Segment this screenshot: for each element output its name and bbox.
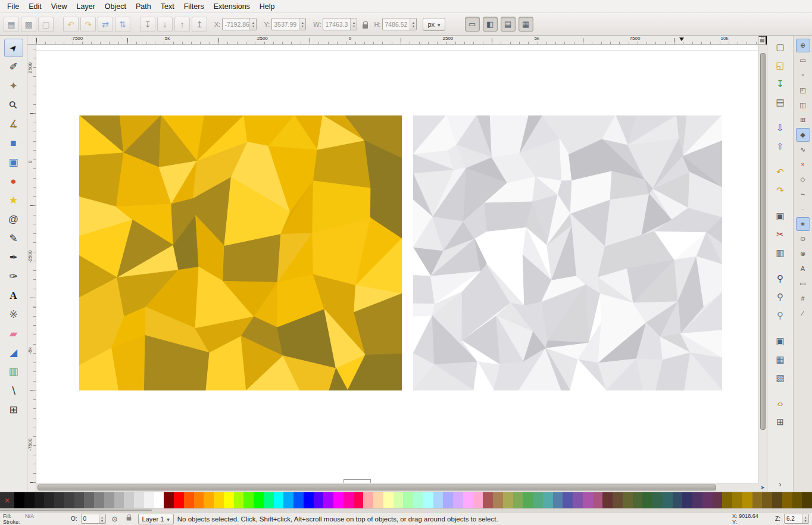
color-swatch[interactable] (802, 492, 812, 508)
xml-editor-button[interactable]: ‹› (771, 395, 790, 412)
lower-to-bottom-button[interactable]: ↧ (140, 17, 155, 32)
layer-lock-button[interactable] (124, 514, 135, 524)
snap-enable-toggle[interactable]: ⊕ (796, 39, 810, 52)
color-swatch[interactable] (602, 492, 613, 508)
color-swatch[interactable] (762, 492, 772, 508)
color-swatch[interactable] (633, 492, 643, 508)
color-swatch[interactable] (293, 492, 304, 508)
scroll-corner-button[interactable] (758, 483, 767, 492)
color-swatch[interactable] (513, 492, 523, 508)
vertical-ruler[interactable]: 25000-2500-5k-7500 (27, 45, 36, 483)
menu-item[interactable]: Filters (179, 1, 209, 12)
star-tool[interactable]: ★ (4, 191, 23, 210)
menu-item[interactable]: Edit (24, 1, 46, 12)
menu-item[interactable]: File (2, 1, 24, 12)
color-swatch[interactable] (553, 492, 563, 508)
color-swatch[interactable] (642, 492, 652, 508)
commands-overflow-button[interactable]: › (773, 479, 788, 489)
vertical-scrollbar-thumb[interactable] (760, 53, 766, 430)
color-swatch[interactable] (393, 492, 404, 508)
color-swatch[interactable] (673, 492, 683, 508)
select-all-layers-button[interactable]: ▩ (21, 17, 36, 32)
color-swatch[interactable] (463, 492, 473, 508)
snap-cusp-nodes-toggle[interactable]: ◇ (796, 173, 810, 186)
color-swatch[interactable] (682, 492, 692, 508)
cut-button[interactable]: ✂ (771, 226, 790, 243)
color-swatch[interactable] (314, 492, 324, 508)
guide-lock-button[interactable] (758, 36, 767, 45)
palette-scrollbar[interactable] (0, 508, 812, 512)
color-swatch[interactable] (373, 492, 383, 508)
snap-rotation-centers-toggle[interactable]: ⊗ (796, 247, 810, 261)
measure-tool[interactable]: ∡ (4, 115, 23, 133)
raise-to-top-button[interactable]: ↥ (192, 17, 207, 32)
print-button[interactable]: ▤ (771, 93, 790, 111)
snap-text-baseline-toggle[interactable]: A (796, 262, 810, 276)
color-swatch[interactable] (613, 492, 623, 508)
bucket-tool[interactable]: ◢ (4, 343, 23, 362)
color-swatch[interactable] (114, 492, 124, 508)
color-swatch[interactable] (523, 492, 533, 508)
snap-guides-toggle[interactable]: ∕ (796, 307, 810, 320)
new-document-button[interactable]: ▢ (771, 38, 790, 55)
color-swatch[interactable] (44, 492, 54, 508)
color-swatch[interactable] (283, 492, 293, 508)
color-swatch[interactable] (154, 492, 164, 508)
width-spinner[interactable] (350, 18, 357, 30)
text-tool[interactable]: A (4, 286, 23, 305)
y-input[interactable]: 3537.99 (271, 18, 306, 30)
color-swatch[interactable] (54, 492, 64, 508)
menu-item[interactable]: Layer (72, 1, 100, 12)
zoom-spinner[interactable] (802, 514, 808, 523)
horizontal-scrollbar[interactable] (36, 483, 758, 492)
color-swatch[interactable] (433, 492, 444, 508)
color-swatch[interactable] (563, 492, 573, 508)
x-input[interactable]: -7192.86 (222, 18, 257, 30)
layer-visibility-button[interactable] (110, 514, 120, 524)
color-swatch[interactable] (503, 492, 513, 508)
color-swatch[interactable] (403, 492, 413, 508)
snap-bbox-toggle[interactable]: ▭ (796, 54, 810, 67)
selector-tool[interactable]: ➤ (4, 39, 23, 57)
pen-tool[interactable]: ✒ (4, 248, 23, 267)
snap-object-centers-toggle[interactable]: ⊙ (796, 232, 810, 246)
select-all-button[interactable]: ▦ (4, 17, 19, 32)
snap-page-border-toggle[interactable]: ▭ (796, 277, 810, 290)
yellow-lowpoly-image[interactable] (79, 115, 402, 390)
color-swatch[interactable] (692, 492, 702, 508)
color-swatch[interactable] (652, 492, 663, 508)
color-swatch[interactable] (423, 492, 433, 508)
opacity-spinner[interactable] (99, 514, 105, 523)
opacity-input[interactable]: 0 (81, 514, 106, 524)
canvas[interactable] (36, 45, 758, 483)
color-swatch[interactable] (453, 492, 463, 508)
color-swatch[interactable] (663, 492, 673, 508)
zoom-page-button[interactable]: ⚲ (771, 307, 790, 324)
vertical-scrollbar[interactable] (758, 45, 767, 483)
color-swatch[interactable] (543, 492, 553, 508)
color-swatch[interactable] (274, 492, 284, 508)
color-swatch[interactable] (713, 492, 723, 508)
menu-item[interactable]: Text (156, 1, 179, 12)
units-dropdown[interactable]: px (423, 18, 445, 31)
color-swatch[interactable] (184, 492, 194, 508)
align-distribute-button[interactable]: ⊞ (771, 413, 790, 430)
snap-bbox-edge-midpoints-toggle[interactable]: ◫ (796, 98, 810, 112)
unlink-clone-button[interactable]: ▧ (771, 369, 790, 386)
color-swatch[interactable] (24, 492, 35, 508)
color-swatch[interactable] (214, 492, 224, 508)
color-swatch[interactable] (144, 492, 154, 508)
snap-path-intersections-toggle[interactable]: × (796, 158, 810, 171)
snap-grids-toggle[interactable]: # (796, 292, 810, 305)
color-swatch[interactable] (74, 492, 85, 508)
spiral-tool[interactable]: @ (4, 210, 23, 229)
color-swatch[interactable] (304, 492, 314, 508)
calligraphy-tool[interactable]: ✑ (4, 267, 23, 286)
snap-smooth-nodes-toggle[interactable]: ∼ (796, 188, 810, 201)
snap-line-midpoints-toggle[interactable]: · (796, 202, 810, 216)
raise-button[interactable]: ↑ (174, 17, 190, 32)
color-swatch[interactable] (732, 492, 742, 508)
menu-item[interactable]: View (46, 1, 72, 12)
color-swatch[interactable] (333, 492, 343, 508)
rotate-ccw-button[interactable]: ↶ (63, 17, 79, 32)
